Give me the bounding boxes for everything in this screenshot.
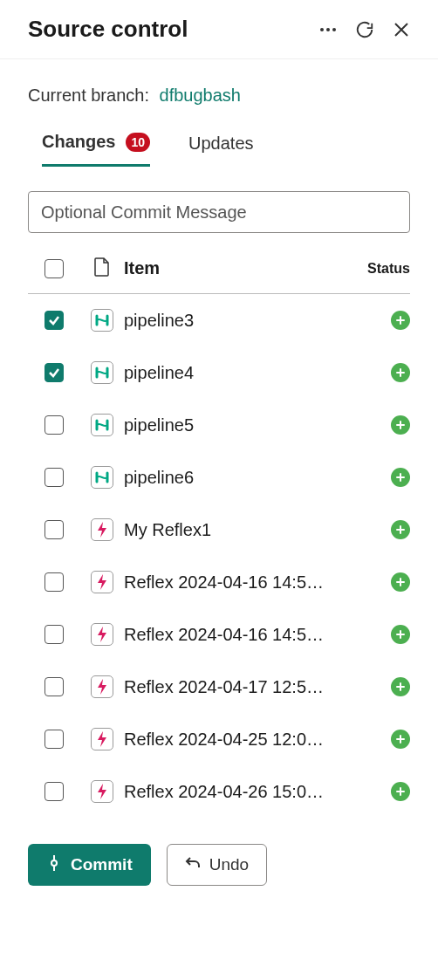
table-row[interactable]: Reflex 2024-04-16 14:5… [28,556,410,608]
undo-icon [185,855,201,875]
item-name: Reflex 2024-04-16 14:5… [124,625,349,645]
item-name: Reflex 2024-04-26 15:0… [124,782,349,802]
tab-updates[interactable]: Updates [188,134,254,166]
item-name: My Reflex1 [124,520,349,540]
item-name: Reflex 2024-04-16 14:5… [124,572,349,593]
item-name: pipeline5 [124,415,349,435]
row-checkbox[interactable] [44,782,64,801]
row-checkbox[interactable] [44,468,64,487]
svg-point-1 [326,28,330,31]
item-name: pipeline4 [124,363,349,383]
status-added-icon [391,677,410,696]
reflex-icon [91,780,113,803]
undo-button[interactable]: Undo [167,844,267,886]
commit-button-label: Commit [71,855,133,874]
pipeline-icon [91,309,113,332]
table-row[interactable]: pipeline5 [28,399,410,451]
item-name: pipeline6 [124,468,349,488]
commit-icon [46,855,62,875]
reflex-icon [91,518,113,541]
status-added-icon [391,520,410,539]
branch-row: Current branch: dfbugbash [0,59,438,114]
changes-count-badge: 10 [126,133,150,152]
tab-updates-label: Updates [188,134,254,154]
table-row[interactable]: pipeline3 [28,294,410,346]
svg-point-3 [51,860,57,866]
row-checkbox[interactable] [44,415,64,435]
status-added-icon [391,363,410,382]
row-checkbox[interactable] [44,520,64,539]
status-header[interactable]: Status [349,261,410,277]
pipeline-icon [91,414,113,436]
undo-button-label: Undo [209,855,249,874]
item-header[interactable]: Item [124,258,349,278]
refresh-icon[interactable] [352,17,377,42]
pipeline-icon [91,466,113,489]
row-checkbox[interactable] [44,625,64,644]
reflex-icon [91,623,113,646]
status-added-icon [391,468,410,487]
select-all-checkbox[interactable] [44,259,64,278]
status-added-icon [391,415,410,435]
tab-changes-label: Changes [42,132,115,152]
more-icon[interactable] [316,17,340,42]
table-row[interactable]: My Reflex1 [28,504,410,556]
svg-point-0 [320,28,324,31]
pipeline-icon [91,361,113,384]
table-row[interactable]: Reflex 2024-04-17 12:5… [28,661,410,713]
svg-point-2 [332,28,336,31]
close-icon[interactable] [389,17,414,42]
reflex-icon [91,675,113,698]
row-checkbox[interactable] [44,311,64,330]
tab-changes[interactable]: Changes 10 [42,132,150,167]
reflex-icon [91,728,113,750]
branch-label: Current branch: [28,86,149,105]
commit-message-input[interactable] [28,191,410,233]
status-added-icon [391,572,410,592]
file-icon [94,257,110,280]
status-added-icon [391,730,410,749]
status-added-icon [391,311,410,330]
item-name: pipeline3 [124,311,349,331]
row-checkbox[interactable] [44,363,64,382]
table-row[interactable]: Reflex 2024-04-26 15:0… [28,765,410,818]
page-title: Source control [28,16,304,43]
table-row[interactable]: pipeline4 [28,346,410,399]
item-name: Reflex 2024-04-17 12:5… [124,677,349,697]
item-name: Reflex 2024-04-25 12:0… [124,730,349,750]
table-row[interactable]: Reflex 2024-04-25 12:0… [28,713,410,765]
row-checkbox[interactable] [44,730,64,749]
reflex-icon [91,571,113,593]
commit-button[interactable]: Commit [28,844,151,886]
table-row[interactable]: Reflex 2024-04-16 14:5… [28,608,410,661]
table-row[interactable]: pipeline6 [28,451,410,504]
status-added-icon [391,782,410,801]
row-checkbox[interactable] [44,572,64,592]
branch-name[interactable]: dfbugbash [160,86,241,105]
status-added-icon [391,625,410,644]
row-checkbox[interactable] [44,677,64,696]
